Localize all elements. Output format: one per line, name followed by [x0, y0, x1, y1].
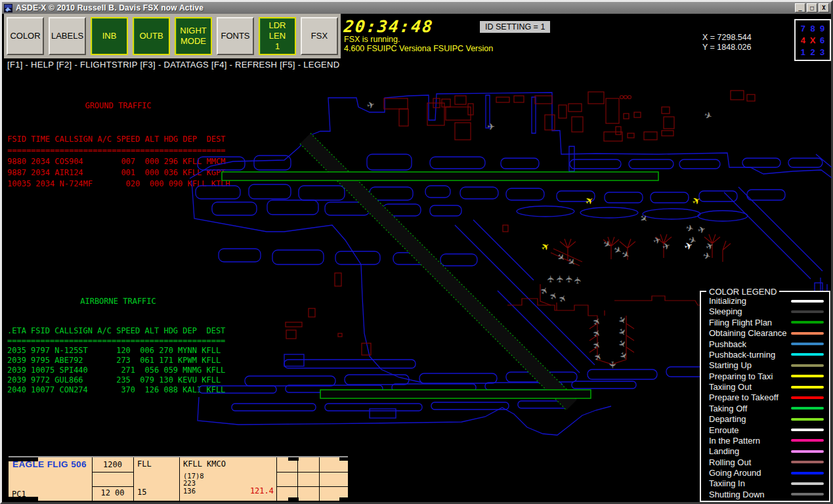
legend-row: Departing — [709, 414, 824, 424]
minimize-button[interactable]: _ — [795, 3, 805, 12]
legend-label: Prepare to Takeoff — [709, 392, 779, 402]
sim-clock: 20:34:48 — [343, 17, 434, 36]
legend-label: Initializing — [709, 296, 746, 306]
legend-label: In the Pattern — [709, 436, 760, 446]
legend-row: Filing Flight Plan — [709, 318, 824, 327]
toolbar-button-night-mode[interactable]: NIGHT MODE — [175, 17, 212, 55]
aircraft-icon: ✈ — [616, 314, 629, 326]
close-button[interactable]: X — [819, 3, 829, 12]
legend-row: Taxiing Out — [709, 382, 824, 392]
parked-aircraft-icons[interactable]: ✈ ✈ ✈ ✈ ✈ ✈ ✈ ✈ ✈ ✈ ✈ ✈ ✈ ✈ ✈ ✈ ✈ ✈ ✈ ✈ … — [366, 99, 715, 369]
aircraft-icon: ✈ — [590, 316, 603, 327]
legend-label: Taking Off — [709, 404, 747, 413]
pan-keypad: 7894X6123 — [794, 19, 831, 61]
legend-color-bar — [791, 472, 824, 474]
toolbar-button-color[interactable]: COLOR — [7, 17, 44, 55]
keypad-key-1[interactable]: 1 — [798, 46, 808, 58]
strip-heading: 223 — [183, 479, 196, 487]
legend-label: Starting Up — [709, 360, 752, 370]
app-icon — [4, 4, 12, 12]
legend-row: Starting Up — [709, 360, 824, 370]
legend-row: Preparing to Taxi — [709, 371, 824, 381]
aircraft-icon: ✈ — [565, 255, 578, 268]
fsx-status-text: FSX is running. — [344, 35, 400, 44]
flight-strip[interactable]: EAGLE FLIG 506 PC1 1200 12 00 FLL 15 KFL… — [9, 456, 348, 501]
keypad-key-8[interactable]: 8 — [808, 22, 818, 34]
keypad-key-x[interactable]: X — [808, 34, 818, 46]
aircraft-icon-yellow: ✈ — [690, 194, 703, 208]
keypad-key-6[interactable]: 6 — [817, 34, 827, 46]
strip-notch — [288, 497, 299, 501]
keypad-key-9[interactable]: 9 — [817, 22, 827, 34]
legend-color-bar — [791, 429, 824, 431]
legend-label: Preparing to Taxi — [709, 371, 773, 381]
legend-color-bar — [791, 482, 824, 485]
legend-row: Pushback-turning — [709, 350, 824, 360]
legend-row: Pushback — [709, 339, 824, 349]
legend-label: Taxiing Out — [709, 382, 752, 392]
aircraft-icon: ✈ — [487, 121, 495, 132]
legend-label: Pushback — [709, 339, 746, 349]
legend-label: Enroute — [709, 425, 739, 435]
id-setting-badge: ID SETTING = 1 — [480, 21, 550, 33]
aircraft-icon: ✈ — [590, 327, 603, 339]
aircraft-icon: ✈ — [607, 361, 618, 369]
legend-row: Shutting Down — [709, 490, 824, 499]
toolbar-button-outb[interactable]: OUTB — [133, 17, 170, 55]
toolbar-button-fonts[interactable]: FONTS — [217, 17, 254, 55]
legend-color-bar — [791, 300, 824, 303]
legend-color-bar — [791, 375, 824, 377]
toolbar-button-inb[interactable]: INB — [91, 17, 128, 55]
aircraft-icon: ✈ — [637, 212, 651, 225]
strip-divider — [92, 486, 133, 487]
color-legend-title: COLOR LEGEND — [706, 287, 779, 297]
toolbar-button-labels[interactable]: LABELS — [49, 17, 86, 55]
legend-row: Initializing — [709, 296, 824, 306]
strip-divider — [276, 472, 348, 472]
toolbar-button-ldr-len-1[interactable]: LDR LEN 1 — [259, 17, 296, 55]
cursor-x-readout: X = 7298.544 — [702, 33, 752, 42]
toolbar: COLORLABELSINBOUTBNIGHT MODEFONTSLDR LEN… — [4, 14, 341, 58]
asdex-window: ASDE-X © 2010 Russell B. Davis FSX now A… — [0, 0, 833, 504]
legend-color-bar — [791, 461, 824, 463]
legend-color-bar — [791, 353, 824, 356]
strip-fix: FLL — [137, 459, 152, 469]
legend-label: Filing Flight Plan — [709, 318, 772, 327]
keypad-key-4[interactable]: 4 — [798, 34, 808, 46]
aircraft-icon: ✈ — [685, 222, 694, 234]
window-title: ASDE-X © 2010 Russell B. Davis FSX now A… — [16, 3, 203, 12]
legend-label: Obtaining Clearance — [709, 328, 787, 338]
strip-divider — [319, 457, 320, 501]
color-legend-items: InitializingSleepingFiling Flight PlanOb… — [701, 296, 829, 499]
legend-row: Enroute — [709, 425, 824, 435]
titlebar[interactable]: ASDE-X © 2010 Russell B. Davis FSX now A… — [2, 2, 831, 14]
runway-north — [222, 172, 658, 180]
legend-label: Rolling Out — [709, 457, 751, 467]
aircraft-icon: ✈ — [590, 339, 603, 351]
strip-speed: 136 — [183, 487, 196, 495]
legend-label: Shutting Down — [709, 490, 765, 499]
aircraft-icon: ✈ — [703, 109, 714, 121]
legend-row: Taking Off — [709, 404, 824, 413]
strip-notch — [339, 457, 348, 461]
legend-row: Rolling Out — [709, 457, 824, 467]
aircraft-icon: ✈ — [617, 350, 630, 362]
cursor-y-readout: Y = 1848.026 — [702, 43, 752, 52]
strip-divider — [297, 457, 298, 501]
legend-color-bar — [791, 493, 824, 495]
aircraft-icon: ✈ — [366, 99, 375, 111]
legend-color-bar — [791, 332, 824, 335]
buildings — [286, 91, 755, 355]
keypad-key-7[interactable]: 7 — [798, 22, 808, 34]
toolbar-button-fsx[interactable]: FSX — [301, 17, 338, 55]
maximize-button[interactable]: □ — [807, 3, 817, 12]
keypad-key-2[interactable]: 2 — [808, 46, 818, 58]
strip-divider — [276, 457, 277, 501]
legend-color-bar — [791, 343, 824, 345]
legend-label: Landing — [709, 446, 739, 456]
legend-color-bar — [791, 310, 824, 313]
legend-label: Going Around — [709, 468, 761, 478]
keypad-key-3[interactable]: 3 — [817, 46, 827, 58]
legend-row: Taxiing In — [709, 478, 824, 488]
legend-row: Sleeping — [709, 306, 824, 316]
